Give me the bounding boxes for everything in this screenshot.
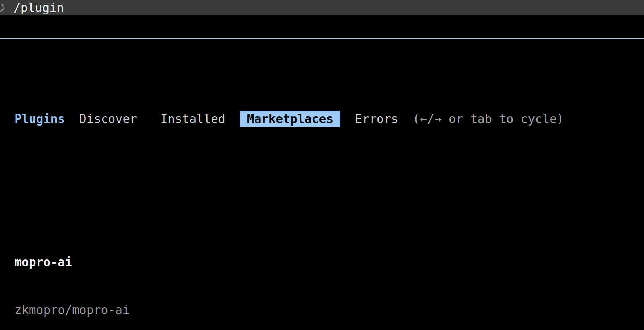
- command-text: /plugin: [13, 1, 64, 15]
- tab-cycle-hint: (←/→ or tab to cycle): [413, 111, 564, 127]
- marketplace-name: mopro-ai: [14, 254, 644, 270]
- marketplace-repo: zkmopro/mopro-ai: [14, 302, 644, 318]
- tab-discover[interactable]: Discover: [79, 111, 137, 127]
- tab-marketplaces[interactable]: Marketplaces: [240, 111, 340, 127]
- separator-line: [0, 38, 644, 39]
- tab-installed[interactable]: Installed: [160, 111, 225, 127]
- tab-errors[interactable]: Errors: [355, 111, 398, 127]
- panel-title: Plugins: [14, 111, 65, 127]
- command-input-bar[interactable]: /plugin: [0, 0, 644, 15]
- tabs-row: Plugins Discover Installed Marketplaces …: [14, 111, 644, 127]
- plugin-panel: Plugins Discover Installed Marketplaces …: [14, 47, 644, 330]
- chevron-right-icon: [0, 3, 6, 12]
